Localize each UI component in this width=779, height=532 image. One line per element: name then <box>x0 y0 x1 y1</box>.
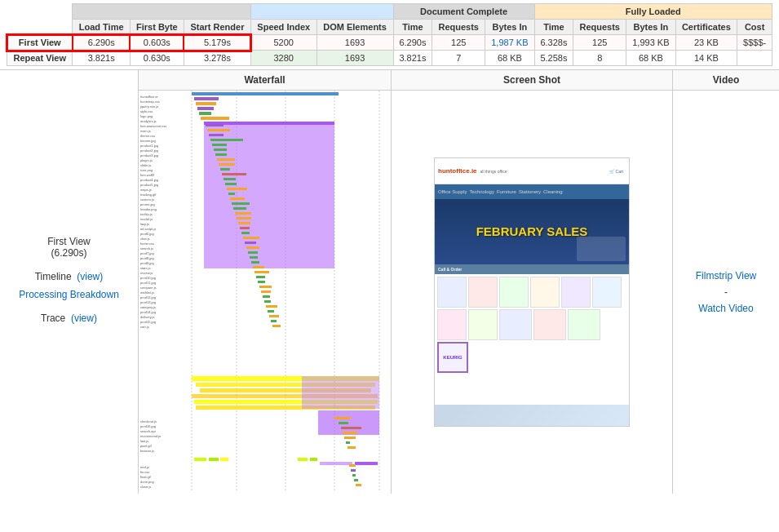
svg-text:maps.js: maps.js <box>140 188 152 192</box>
svg-rect-24 <box>209 134 224 136</box>
svg-rect-90 <box>263 295 270 298</box>
svg-text:bootstrap.css: bootstrap.css <box>140 100 160 104</box>
svg-text:stats.js: stats.js <box>140 266 150 270</box>
svg-rect-118 <box>343 432 357 434</box>
svg-text:jquery.min.js: jquery.min.js <box>139 104 158 109</box>
repeat-view-requests2: 8 <box>573 51 626 66</box>
svg-rect-64 <box>241 232 250 234</box>
timeline-view-link[interactable]: (view) <box>77 271 103 282</box>
svg-text:tracking.gif: tracking.gif <box>140 193 157 197</box>
svg-rect-66 <box>243 237 259 239</box>
watch-video-link[interactable]: Watch Video <box>698 303 753 314</box>
svg-rect-84 <box>258 281 265 283</box>
svg-rect-128 <box>298 458 308 461</box>
svg-rect-137 <box>352 474 356 477</box>
repeat-view-row: Repeat View 3.821s 0.630s 3.278s 3280 16… <box>7 51 772 66</box>
svg-rect-141 <box>356 484 361 486</box>
svg-text:promo.jpg: promo.jpg <box>140 202 155 206</box>
ss-tagline: all things office <box>480 169 507 174</box>
svg-text:cart.js: cart.js <box>140 325 149 329</box>
first-view-requests1: 125 <box>432 35 485 51</box>
screenshot-section: Screen Shot huntoffice.ie all things off… <box>392 70 673 494</box>
svg-text:analytics.js: analytics.js <box>140 119 157 123</box>
svg-text:wishlist.js: wishlist.js <box>140 290 154 295</box>
svg-text:theme.css: theme.css <box>140 134 155 138</box>
svg-text:delivery.js: delivery.js <box>140 315 155 319</box>
svg-rect-68 <box>245 242 256 244</box>
svg-text:modal.js: modal.js <box>140 217 153 221</box>
svg-text:prod10.jpg: prod10.jpg <box>140 276 156 280</box>
waterfall-header: Waterfall <box>139 70 391 91</box>
svg-text:lazy.js: lazy.js <box>140 222 149 226</box>
fully-loaded-group-header: Fully Loaded <box>534 4 772 20</box>
ss-products-grid: KEURIG <box>435 274 629 405</box>
svg-text:category.js: category.js <box>140 305 156 309</box>
first-view-label: First View <box>7 35 73 51</box>
svg-rect-126 <box>209 458 219 461</box>
video-separator: - <box>724 286 728 298</box>
svg-rect-52 <box>232 202 250 205</box>
svg-rect-56 <box>235 212 251 215</box>
sidebar-links: Timeline (view) Processing Breakdown Tra… <box>19 268 119 328</box>
svg-text:prod9.jpg: prod9.jpg <box>140 261 154 265</box>
svg-text:prod8.jpg: prod8.jpg <box>140 256 154 260</box>
requests1-col: Requests <box>432 20 485 35</box>
certificates-col: Certificates <box>675 20 737 35</box>
trace-label: Trace <box>41 313 65 324</box>
ss-cta-bar: Call & Order <box>435 264 629 274</box>
ss-product-6 <box>592 277 622 308</box>
ss-product-2 <box>468 277 498 308</box>
svg-rect-6 <box>192 92 339 95</box>
svg-rect-129 <box>310 458 317 461</box>
filmstrip-view-link[interactable]: Filmstrip View <box>696 270 756 282</box>
repeat-view-label: Repeat View <box>7 51 73 66</box>
svg-rect-50 <box>230 197 245 200</box>
ss-nav: Office Supply Technology Furniture Stati… <box>435 184 629 199</box>
repeat-view-load-time: 3.821s <box>73 51 130 66</box>
svg-rect-38 <box>220 168 230 171</box>
svg-rect-94 <box>266 305 277 308</box>
svg-rect-96 <box>268 310 274 313</box>
load-time-col: Load Time <box>73 20 130 35</box>
svg-rect-12 <box>197 107 214 110</box>
svg-text:fin.css: fin.css <box>140 470 149 474</box>
trace-row: Trace (view) <box>19 310 119 328</box>
svg-rect-78 <box>253 266 264 268</box>
svg-rect-82 <box>256 276 265 278</box>
processing-breakdown-link[interactable]: Processing Breakdown <box>19 289 119 300</box>
svg-rect-125 <box>194 458 206 461</box>
ss-hero: FEBRUARY SALES <box>435 199 629 264</box>
time1-col: Time <box>393 20 432 35</box>
row-label-header <box>7 4 73 35</box>
svg-text:pixel.gif: pixel.gif <box>140 444 152 448</box>
svg-text:prod15.jpg: prod15.jpg <box>140 320 156 324</box>
svg-text:tooltip.js: tooltip.js <box>140 212 153 216</box>
first-byte-col: First Byte <box>130 20 184 35</box>
first-view-first-byte: 0.603s <box>130 35 184 51</box>
repeat-view-bytes-in1: 68 KB <box>485 51 534 66</box>
svg-rect-28 <box>212 144 227 146</box>
svg-text:prod7.jpg: prod7.jpg <box>140 251 154 255</box>
first-view-bytes-in2: 1,993 KB <box>626 35 675 51</box>
svg-rect-76 <box>251 261 259 264</box>
svg-text:close.js: close.js <box>140 485 151 489</box>
svg-rect-60 <box>238 222 250 224</box>
svg-text:banner.jpg: banner.jpg <box>140 139 156 143</box>
first-view-time1: 6.290s <box>393 35 432 51</box>
svg-text:plugin.js: plugin.js <box>140 158 153 162</box>
svg-text:ad-script.js: ad-script.js <box>140 227 156 231</box>
metrics-table: Document Complete Fully Loaded Load Time… <box>7 3 772 66</box>
basic-group-header <box>73 4 250 20</box>
first-view-speed-index: 5200 <box>250 35 316 51</box>
first-view-bytes-in1: 1,987 KB <box>485 35 534 51</box>
svg-text:product2.jpg: product2.jpg <box>140 149 158 153</box>
repeat-view-time2: 5.258s <box>534 51 573 66</box>
waterfall-canvas: .wf-url { font-size: 4px; fill: #555; } … <box>139 91 391 490</box>
svg-text:icon.png: icon.png <box>140 168 153 172</box>
processing-breakdown-row: Processing Breakdown <box>19 286 119 304</box>
sidebar-title-text: First View <box>47 236 90 247</box>
start-render-col: Start Render <box>184 20 250 35</box>
trace-view-link[interactable]: (view) <box>71 313 97 324</box>
repeat-view-certificates: 14 KB <box>675 51 737 66</box>
ss-cta-text: Call & Order <box>438 267 462 272</box>
